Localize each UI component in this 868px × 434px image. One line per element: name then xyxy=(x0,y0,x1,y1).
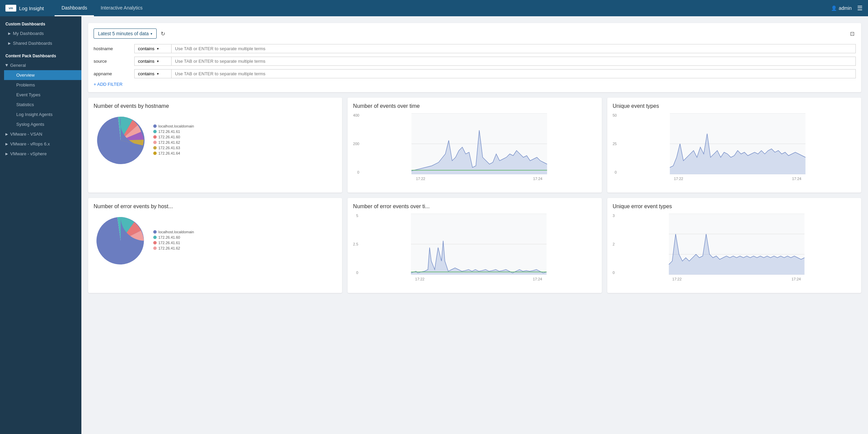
x-axis: 17:22 17:24 xyxy=(361,277,596,281)
item-label: Log Insight Agents xyxy=(16,112,53,117)
sidebar: Custom Dashboards ▶ My Dashboards ▶ Shar… xyxy=(0,16,81,434)
sidebar-item-shared-dashboards[interactable]: ▶ Shared Dashboards xyxy=(0,38,81,48)
expand-arrow-icon: ▶ xyxy=(5,152,8,156)
user-menu[interactable]: 👤 admin xyxy=(831,5,852,11)
filter-input-appname[interactable] xyxy=(172,69,856,78)
hamburger-menu[interactable]: ☰ xyxy=(857,4,863,12)
header: vm Log Insight Dashboards Interactive An… xyxy=(0,0,868,16)
vm-text: vm xyxy=(8,6,13,10)
line-chart-svg xyxy=(362,113,596,174)
pie-chart-errors xyxy=(94,214,148,268)
add-filter-button[interactable]: + ADD FILTER xyxy=(94,82,856,87)
x-label: 17:22 xyxy=(672,277,682,281)
filter-field-appname: appname xyxy=(94,71,134,76)
group-label: VMware - vRops 6.x xyxy=(10,141,50,146)
filter-operator-appname[interactable]: contains ▾ xyxy=(134,69,172,78)
item-label: Event Types xyxy=(16,92,40,97)
filter-field-source: source xyxy=(94,59,134,64)
filter-operator-hostname[interactable]: contains ▾ xyxy=(134,44,172,53)
item-label: Overview xyxy=(16,73,35,78)
legend-item: 172.26.41.60 xyxy=(153,235,194,239)
y-label-max: 50 xyxy=(613,113,617,117)
line-chart-svg-2 xyxy=(619,113,856,174)
chart-error-events-by-host: Number of error events by host... xyxy=(88,198,342,293)
x-label: 17:22 xyxy=(416,177,426,181)
item-label: Statistics xyxy=(16,102,34,107)
chart-title: Unique error event types xyxy=(613,203,856,210)
filter-field-hostname: hostname xyxy=(94,46,134,51)
x-label: 17:22 xyxy=(674,177,683,181)
y-label-min: 0 xyxy=(613,170,617,174)
x-label: 17:22 xyxy=(415,277,425,281)
chart-title: Unique event types xyxy=(613,103,856,109)
filter-row-appname: appname contains ▾ xyxy=(94,69,856,78)
chevron-down-icon: ▾ xyxy=(151,32,152,36)
pie-container: localhost.localdomain 172.26.41.61 172.2… xyxy=(94,113,337,167)
sidebar-item-overview[interactable]: Overview xyxy=(4,70,81,80)
sidebar-item-log-insight-agents[interactable]: Log Insight Agents xyxy=(4,110,81,119)
legend-item: localhost.localdomain xyxy=(153,230,194,234)
sidebar-item-my-dashboards[interactable]: ▶ My Dashboards xyxy=(0,28,81,38)
operator-label: contains xyxy=(138,59,154,64)
filter-input-hostname[interactable] xyxy=(172,44,856,53)
general-sub-items: Overview Problems Event Types Statistics… xyxy=(0,70,81,129)
main-content: Latest 5 minutes of data ▾ ↻ ⊡ hostname … xyxy=(81,16,868,434)
time-label: Latest 5 minutes of data xyxy=(98,31,149,36)
x-axis: 17:22 17:24 xyxy=(362,177,596,181)
y-axis: 5 2.5 0 xyxy=(353,214,359,275)
legend-item: localhost.localdomain xyxy=(153,124,194,128)
sidebar-item-syslog-agents[interactable]: Syslog Agents xyxy=(4,119,81,129)
line-chart-container: 17:22 17:24 xyxy=(617,214,856,281)
nav-tabs: Dashboards Interactive Analytics xyxy=(55,0,149,16)
chevron-down-icon: ▾ xyxy=(157,47,159,51)
tab-dashboards[interactable]: Dashboards xyxy=(55,0,94,16)
line-chart-container: 17:22 17:24 xyxy=(362,113,596,181)
legend-label: 172.26.41.61 xyxy=(158,130,180,134)
group-label: VMware - VSAN xyxy=(10,132,42,137)
group-label: VMware - vSphere xyxy=(10,151,47,156)
y-label-max: 3 xyxy=(613,214,615,218)
time-dropdown[interactable]: Latest 5 minutes of data ▾ xyxy=(94,28,157,39)
app-name: Log Insight xyxy=(19,5,44,11)
username: admin xyxy=(839,5,852,11)
y-label-mid: 200 xyxy=(353,142,359,146)
legend-color xyxy=(153,141,157,144)
y-label-min: 0 xyxy=(613,271,615,275)
sidebar-item-event-types[interactable]: Event Types xyxy=(4,90,81,100)
group-label: General xyxy=(10,63,26,68)
legend-color xyxy=(153,152,157,155)
fullscreen-button[interactable]: ⊡ xyxy=(849,29,856,38)
filter-input-source[interactable] xyxy=(172,57,856,66)
pie-chart-events xyxy=(94,113,148,167)
y-label-max: 400 xyxy=(353,113,359,117)
chart-title: Number of error events over ti... xyxy=(353,203,596,210)
filter-operator-source[interactable]: contains ▾ xyxy=(134,57,172,66)
sidebar-group-general[interactable]: ▶ General xyxy=(0,60,81,70)
legend-label: localhost.localdomain xyxy=(158,124,194,128)
sidebar-group-vsan[interactable]: ▶ VMware - VSAN xyxy=(0,129,81,139)
tab-interactive-analytics[interactable]: Interactive Analytics xyxy=(94,0,150,16)
y-axis: 400 200 0 xyxy=(353,113,360,174)
x-axis: 17:22 17:24 xyxy=(619,177,856,181)
refresh-button[interactable]: ↻ xyxy=(159,29,166,38)
sidebar-item-statistics[interactable]: Statistics xyxy=(4,100,81,110)
y-label-mid: 2.5 xyxy=(353,242,358,246)
chevron-down-icon: ▾ xyxy=(157,72,159,76)
line-chart-svg-4 xyxy=(617,214,856,275)
sidebar-group-vsphere[interactable]: ▶ VMware - vSphere xyxy=(0,149,81,159)
line-chart-container: 17:22 17:24 xyxy=(619,113,856,181)
sidebar-item-problems[interactable]: Problems xyxy=(4,80,81,90)
sidebar-group-vrops[interactable]: ▶ VMware - vRops 6.x xyxy=(0,139,81,149)
filter-row-source: source contains ▾ xyxy=(94,57,856,66)
item-label: Syslog Agents xyxy=(16,122,44,127)
y-label-min: 0 xyxy=(353,170,359,174)
legend-color xyxy=(153,236,157,239)
legend-color xyxy=(153,130,157,133)
y-label-mid: 2 xyxy=(613,242,615,246)
chart-events-by-hostname: Number of events by hostname xyxy=(88,98,342,193)
item-label: Problems xyxy=(16,82,35,87)
legend-item: 172.26.41.62 xyxy=(153,246,194,250)
chart-error-events-over-time: Number of error events over ti... 5 2.5 … xyxy=(348,198,601,293)
legend-color xyxy=(153,124,157,128)
pie-container: localhost.localdomain 172.26.41.60 172.2… xyxy=(94,214,337,268)
